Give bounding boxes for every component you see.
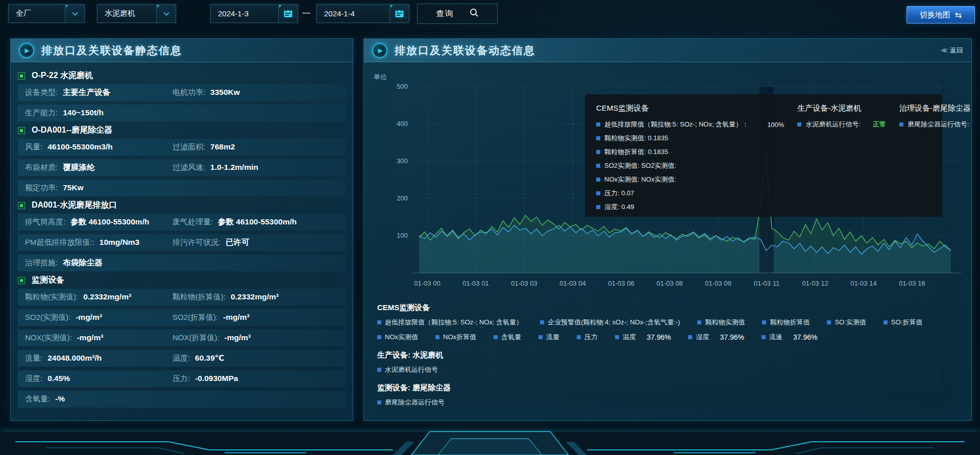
field-value: 1.0-1.2m/min [210, 163, 258, 172]
legend-item[interactable]: NOx折算值 [435, 333, 476, 342]
legend-item[interactable]: 温度37.96% [615, 333, 671, 342]
calendar-icon[interactable] [389, 5, 409, 22]
back-label: 返回 [950, 46, 963, 55]
legend-item[interactable]: 磨尾除尘器运行信号 [377, 398, 445, 407]
field-label: 废气处理量: [173, 217, 213, 227]
dynamic-info-header: ▶ 排放口及关联设备动态信息 ≪ 返回 [364, 39, 971, 62]
footer-decoration [0, 421, 980, 455]
query-button[interactable]: 查询 [417, 4, 498, 24]
topbar: 全厂 水泥磨机 2024-1-3 — 2024-1-4 [0, 0, 980, 28]
search-icon [470, 8, 479, 19]
legend-item[interactable]: 颗粒物折算值 [762, 318, 810, 327]
legend-label: NOx折算值 [443, 333, 476, 342]
legend-item[interactable]: NOx实测值 [377, 333, 418, 342]
back-arrows-icon: ≪ [941, 46, 947, 54]
info-row: 设备类型:主要生产设备电机功率:3350Kw [18, 84, 346, 101]
info-row: 含氧量:-% [18, 391, 346, 408]
legend-monitor-title: 监测设备: 磨尾除尘器 [377, 383, 962, 393]
legend-item[interactable]: 流速37.96% [762, 333, 817, 342]
info-cell: 湿度:0.45% [25, 374, 173, 384]
legend-item[interactable]: 颗粒物实测值 [697, 318, 745, 327]
chevron-down-icon[interactable] [65, 5, 84, 22]
static-info-panel: ▶ 排放口及关联设备静态信息 O-P-22 水泥磨机设备类型:主要生产设备电机功… [10, 38, 353, 421]
field-value: 3350Kw [210, 88, 240, 97]
field-value: 布袋除尘器 [63, 258, 103, 268]
legend-label: 含氧量 [501, 333, 521, 342]
field-label: 含氧量: [25, 394, 50, 404]
legend-production-title: 生产设备: 水泥磨机 [377, 350, 962, 360]
info-cell: 风量:46100-55300m3/h [25, 142, 173, 152]
field-label: 风量: [25, 142, 42, 152]
info-cell: 电机功率:3350Kw [173, 88, 346, 97]
field-label: 压力: [173, 374, 190, 384]
legend-label: SO:实测值 [835, 318, 866, 327]
field-label: 颗粒物(实测值): [25, 292, 78, 302]
device-select-value: 水泥磨机 [97, 9, 156, 18]
legend-label: 颗粒物折算值 [770, 318, 810, 327]
info-row: 治理措施:布袋除尘器 [18, 255, 346, 271]
y-tick-label: 100 [397, 232, 408, 239]
plant-select[interactable]: 全厂 [8, 4, 85, 23]
info-cell: 生产能力:140~150t/h [25, 108, 173, 118]
info-row: SO2(实测值):-mg/m³SO2(折算值):-mg/m³ [18, 309, 346, 326]
legend-item[interactable]: 压力 [577, 333, 598, 342]
info-cell: 过滤风速:1.0-1.2m/min [173, 163, 346, 172]
legend-item[interactable]: 含氧量 [494, 333, 521, 342]
field-value: 0.2332mg/m³ [231, 292, 279, 301]
x-tick-label: 01-03 14 [850, 280, 876, 287]
field-label: 湿度: [25, 374, 42, 384]
field-label: 治理措施: [25, 258, 58, 268]
chevron-down-icon[interactable] [156, 5, 176, 22]
field-value: 参数 46100-55300m/h [218, 217, 297, 228]
legend-item[interactable]: SO:折算值 [884, 318, 922, 327]
field-label: 布袋材质: [25, 163, 58, 172]
legend-marker-icon [540, 320, 544, 324]
legend-label: NOx实测值 [385, 333, 418, 342]
legend-marker-icon [762, 335, 766, 339]
legend-label: 压力 [584, 333, 598, 342]
bullet-icon [18, 202, 25, 209]
legend-marker-icon [762, 320, 766, 324]
line-chart[interactable]: 10020030040050001-03 0001-03 0101-03 030… [364, 80, 972, 299]
section-title: O-P-22 水泥磨机 [32, 70, 93, 81]
field-label: 温度: [173, 353, 190, 363]
info-cell: 排气筒高度:参数 46100-55300m/h [25, 217, 173, 228]
legend-item[interactable]: 企业预警值(颗粒物:4; sOz-; NOx-;含氧气量:-) [540, 318, 680, 327]
play-icon: ▶ [372, 43, 387, 58]
info-cell: 废气处理量:参数 46100-55300m/h [173, 217, 346, 228]
switch-map-button[interactable]: 切换地图 ⇆ [906, 6, 975, 23]
x-tick-label: 01-03 12 [802, 280, 828, 287]
field-label: 流量: [25, 353, 42, 363]
legend-item[interactable]: 湿度37.96% [688, 333, 744, 342]
legend-item[interactable]: 流量 [538, 333, 559, 342]
info-cell: 排污许可状况:已许可 [173, 237, 346, 248]
bullet-icon [18, 277, 25, 284]
field-label: 设备类型: [25, 88, 58, 97]
x-tick-label: 01-03 06 [608, 280, 634, 287]
legend-item[interactable]: SO:实测值 [827, 318, 866, 327]
info-row: 风量:46100-55300m3/h过滤面积:768m2 [18, 139, 346, 156]
legend-item[interactable]: 超低排放限值（颗拉物:5: SOz-; NOx; 含氧量） [377, 318, 523, 327]
legend-label: 流量 [546, 333, 559, 342]
device-select[interactable]: 水泥磨机 [97, 4, 176, 23]
field-value: 0.2332mg/m³ [83, 292, 131, 301]
info-cell: SO2(折算值):-mg/m³ [173, 313, 346, 322]
legend-label: 温度 [623, 333, 636, 342]
static-info-title: 排放口及关联设备静态信息 [41, 43, 182, 58]
info-row: 布袋材质:覆膜涤纶过滤风速:1.0-1.2m/min [18, 159, 346, 176]
start-date-picker[interactable]: 2024-1-3 [210, 4, 298, 23]
dynamic-info-panel: ▶ 排放口及关联设备动态信息 ≪ 返回 单位 10020030040050001… [363, 38, 972, 421]
switch-map-label: 切换地图 [920, 10, 950, 20]
end-date-picker[interactable]: 2024-1-4 [316, 4, 409, 23]
plant-select-value: 全厂 [9, 9, 65, 18]
dynamic-info-title: 排放口及关联设备动态信息 [395, 43, 535, 58]
legend-marker-icon [827, 320, 831, 324]
bullet-icon [18, 127, 25, 134]
calendar-icon[interactable] [278, 5, 298, 22]
y-tick-label: 400 [397, 120, 408, 128]
section-title: 监测设备 [32, 275, 64, 286]
legend-item[interactable]: 水泥磨机运行信号 [377, 365, 438, 374]
x-tick-label: 01-03 04 [559, 280, 585, 287]
back-link[interactable]: ≪ 返回 [941, 46, 963, 55]
legend-marker-icon [697, 320, 701, 324]
